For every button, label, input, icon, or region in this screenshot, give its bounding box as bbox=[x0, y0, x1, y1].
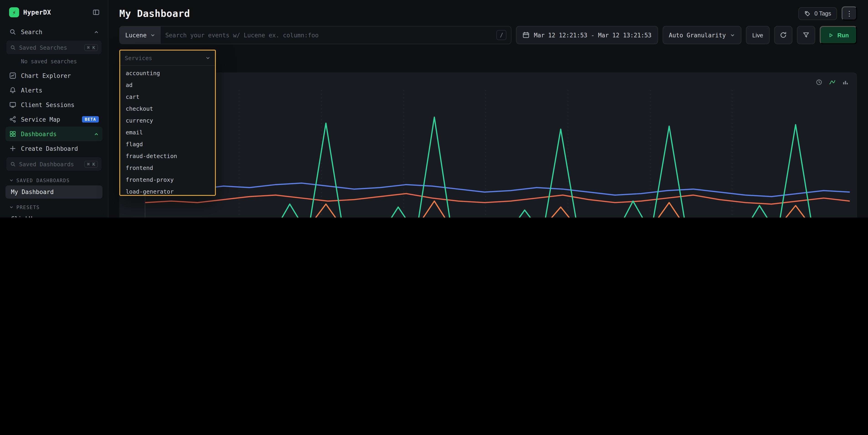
no-saved-searches-note: No saved searches bbox=[5, 56, 102, 68]
sidebar-item-my-dashboard[interactable]: My Dashboard bbox=[5, 185, 102, 198]
search-icon bbox=[9, 28, 17, 35]
services-option[interactable]: ad bbox=[120, 79, 215, 91]
services-options-list: accountingadcartcheckoutcurrencyemailfla… bbox=[120, 66, 215, 195]
sidebar-item-label: Search bbox=[21, 28, 42, 35]
query-input-wrap bbox=[161, 26, 497, 44]
line-chart-icon[interactable] bbox=[829, 79, 836, 86]
chevron-up-icon bbox=[94, 131, 99, 136]
saved-dashboards-input[interactable]: ⌘ K bbox=[6, 157, 101, 171]
refresh-button[interactable] bbox=[774, 26, 792, 44]
more-options-button[interactable]: ⋮ bbox=[842, 6, 857, 21]
app-title: HyperDX bbox=[23, 9, 51, 16]
plot-area[interactable] bbox=[145, 90, 850, 218]
tags-button[interactable]: 0 Tags bbox=[799, 7, 837, 20]
dashboards-grid-icon bbox=[9, 130, 17, 137]
filter-bar: Lucene / Mar 12 12:21:53 - Mar 12 13:21:… bbox=[119, 26, 857, 44]
logo-row: ⚡ HyperDX bbox=[5, 6, 102, 18]
run-button-label: Run bbox=[837, 32, 849, 38]
saved-dashboards-field[interactable] bbox=[19, 161, 81, 167]
saved-searches-field[interactable] bbox=[19, 44, 81, 51]
query-language-select[interactable]: Lucene bbox=[120, 26, 161, 44]
chevron-down-icon bbox=[206, 55, 210, 60]
sidebar-item-dashboards[interactable]: Dashboards bbox=[5, 127, 102, 141]
time-range-label: Mar 12 12:21:53 - Mar 12 13:21:53 bbox=[534, 32, 652, 38]
sidebar-item-label: Alerts bbox=[21, 87, 42, 94]
services-option[interactable]: email bbox=[120, 126, 215, 138]
section-label-text: SAVED DASHBOARDS bbox=[17, 178, 70, 183]
chevron-down-icon bbox=[9, 205, 14, 210]
live-button[interactable]: Live bbox=[746, 26, 770, 44]
search-icon bbox=[10, 44, 16, 50]
services-option[interactable]: accounting bbox=[120, 67, 215, 79]
query-box: Lucene / bbox=[119, 26, 512, 44]
sidebar-item-chart-explorer[interactable]: Chart Explorer bbox=[5, 68, 102, 83]
sidebar-item-label: Client Sessions bbox=[21, 101, 74, 108]
page-title: My Dashboard bbox=[119, 8, 190, 19]
sidebar: ⚡ HyperDX Search ⌘ K No saved searches bbox=[0, 0, 108, 218]
tags-button-label: 0 Tags bbox=[814, 10, 831, 17]
services-dropdown: accountingadcartcheckoutcurrencyemailfla… bbox=[119, 50, 216, 196]
play-icon bbox=[828, 32, 834, 38]
sidebar-item-preset-clickhouse[interactable]: ClickHouse bbox=[5, 212, 102, 218]
chart-explorer-icon bbox=[9, 72, 17, 79]
sidebar-item-label: Chart Explorer bbox=[21, 72, 71, 79]
clock-icon[interactable] bbox=[816, 79, 823, 86]
services-filter-input[interactable] bbox=[125, 55, 206, 61]
chart-card-requests: Request count by service 0 Mar 12 bbox=[119, 72, 857, 218]
sidebar-collapse-icon[interactable] bbox=[92, 9, 100, 16]
services-option[interactable]: frontend bbox=[120, 162, 215, 174]
sidebar-item-alerts[interactable]: Alerts bbox=[5, 83, 102, 97]
granularity-select[interactable]: Auto Granularity bbox=[662, 26, 741, 44]
section-saved-dashboards[interactable]: SAVED DASHBOARDS bbox=[5, 172, 102, 185]
sidebar-item-search[interactable]: Search bbox=[5, 25, 102, 39]
hyperdx-logo-icon: ⚡ bbox=[9, 7, 19, 17]
chevron-up-icon bbox=[94, 29, 99, 34]
chevron-down-icon bbox=[730, 33, 735, 38]
app-root: ⚡ HyperDX Search ⌘ K No saved searches bbox=[0, 0, 868, 218]
main-content: My Dashboard 0 Tags ⋮ Lucene bbox=[108, 0, 868, 218]
section-presets[interactable]: PRESETS bbox=[5, 199, 102, 212]
services-option[interactable]: flagd bbox=[120, 138, 215, 150]
query-language-label: Lucene bbox=[125, 32, 147, 38]
sidebar-item-service-map[interactable]: Service Map BETA bbox=[5, 112, 102, 127]
services-filter-row: accountingadcartcheckoutcurrencyemailfla… bbox=[119, 50, 216, 66]
section-label-text: PRESETS bbox=[17, 205, 40, 210]
live-button-label: Live bbox=[752, 32, 763, 38]
granularity-label: Auto Granularity bbox=[669, 32, 726, 38]
time-range-picker[interactable]: Mar 12 12:21:53 - Mar 12 13:21:53 bbox=[516, 26, 658, 44]
services-option[interactable]: frontend-proxy bbox=[120, 174, 215, 185]
services-option[interactable]: checkout bbox=[120, 102, 215, 114]
sidebar-item-client-sessions[interactable]: Client Sessions bbox=[5, 97, 102, 112]
create-dashboard-label: Create Dashboard bbox=[21, 145, 78, 152]
search-input[interactable] bbox=[165, 32, 492, 38]
refresh-icon bbox=[779, 31, 787, 39]
monitor-icon bbox=[9, 101, 17, 108]
shortcut-badge: ⌘ K bbox=[84, 44, 98, 51]
slash-shortcut-badge: / bbox=[497, 30, 507, 40]
chevron-down-icon bbox=[9, 178, 14, 183]
services-option[interactable]: cart bbox=[120, 91, 215, 102]
service-map-icon bbox=[9, 116, 17, 123]
shortcut-badge: ⌘ K bbox=[84, 161, 98, 167]
plus-icon bbox=[9, 145, 17, 152]
chevron-down-icon bbox=[150, 33, 155, 38]
create-dashboard-button[interactable]: Create Dashboard bbox=[5, 141, 102, 156]
run-button[interactable]: Run bbox=[819, 26, 857, 44]
sidebar-item-label: Service Map bbox=[21, 116, 60, 123]
search-icon bbox=[10, 161, 16, 167]
saved-searches-input[interactable]: ⌘ K bbox=[6, 40, 101, 54]
bar-chart-icon[interactable] bbox=[842, 79, 849, 86]
services-option[interactable]: load-generator bbox=[120, 185, 215, 195]
services-option[interactable]: currency bbox=[120, 114, 215, 126]
tag-icon bbox=[804, 10, 811, 17]
filter-button[interactable] bbox=[797, 26, 815, 44]
calendar-icon bbox=[523, 31, 530, 39]
services-select[interactable] bbox=[120, 51, 215, 66]
bell-icon bbox=[9, 87, 17, 94]
sidebar-item-label: Dashboards bbox=[21, 130, 57, 137]
funnel-icon bbox=[802, 31, 809, 39]
beta-badge: BETA bbox=[82, 116, 99, 123]
page-header: My Dashboard 0 Tags ⋮ bbox=[119, 0, 857, 26]
services-option[interactable]: fraud-detection bbox=[120, 150, 215, 162]
